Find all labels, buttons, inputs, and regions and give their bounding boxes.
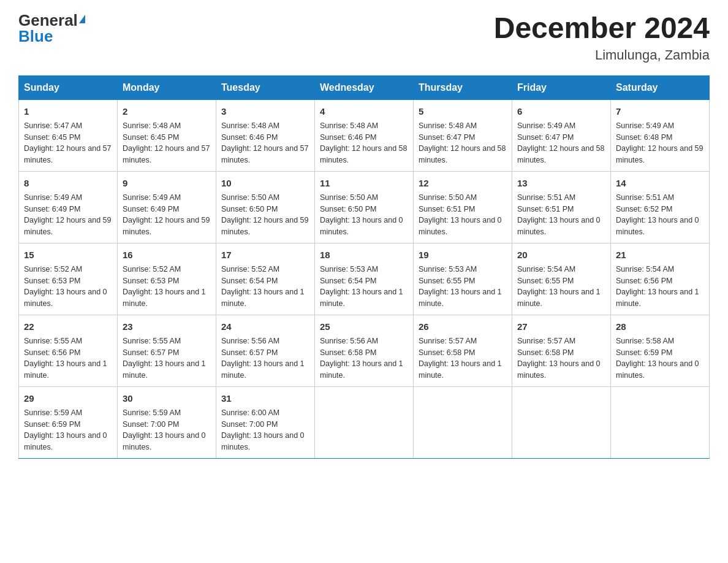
weekday-header-thursday: Thursday — [414, 75, 512, 99]
day-info: Sunrise: 5:49 AMSunset: 6:49 PMDaylight:… — [123, 193, 210, 236]
calendar-day-cell: 24 Sunrise: 5:56 AMSunset: 6:57 PMDaylig… — [216, 315, 315, 386]
day-info: Sunrise: 5:49 AMSunset: 6:48 PMDaylight:… — [616, 121, 703, 164]
day-number: 8 — [24, 177, 112, 190]
calendar-table: SundayMondayTuesdayWednesdayThursdayFrid… — [18, 75, 710, 459]
day-info: Sunrise: 5:59 AMSunset: 7:00 PMDaylight:… — [123, 408, 206, 451]
calendar-day-cell: 10 Sunrise: 5:50 AMSunset: 6:50 PMDaylig… — [216, 171, 315, 243]
day-number: 24 — [221, 320, 309, 333]
day-number: 21 — [616, 248, 704, 261]
day-info: Sunrise: 5:53 AMSunset: 6:54 PMDaylight:… — [320, 265, 403, 308]
weekday-header-friday: Friday — [512, 75, 611, 99]
day-info: Sunrise: 5:52 AMSunset: 6:54 PMDaylight:… — [221, 265, 305, 308]
day-number: 31 — [221, 392, 309, 405]
day-number: 20 — [517, 248, 605, 261]
weekday-header-row: SundayMondayTuesdayWednesdayThursdayFrid… — [19, 75, 710, 99]
calendar-day-cell: 1 Sunrise: 5:47 AMSunset: 6:45 PMDayligh… — [19, 99, 118, 171]
day-info: Sunrise: 5:48 AMSunset: 6:46 PMDaylight:… — [320, 121, 407, 164]
day-number: 1 — [24, 105, 112, 118]
calendar-day-cell: 19 Sunrise: 5:53 AMSunset: 6:55 PMDaylig… — [414, 243, 512, 315]
day-info: Sunrise: 6:00 AMSunset: 7:00 PMDaylight:… — [221, 408, 305, 451]
day-number: 10 — [221, 177, 309, 190]
day-number: 3 — [221, 105, 309, 118]
day-info: Sunrise: 5:49 AMSunset: 6:49 PMDaylight:… — [24, 193, 111, 236]
logo-triangle-icon — [79, 15, 85, 23]
calendar-day-cell: 26 Sunrise: 5:57 AMSunset: 6:58 PMDaylig… — [414, 315, 512, 386]
day-info: Sunrise: 5:50 AMSunset: 6:51 PMDaylight:… — [419, 193, 502, 236]
day-number: 5 — [419, 105, 507, 118]
day-info: Sunrise: 5:50 AMSunset: 6:50 PMDaylight:… — [221, 193, 308, 236]
calendar-week-row: 15 Sunrise: 5:52 AMSunset: 6:53 PMDaylig… — [19, 243, 710, 315]
month-title: December 2024 — [494, 12, 710, 45]
day-info: Sunrise: 5:59 AMSunset: 6:59 PMDaylight:… — [24, 408, 107, 451]
calendar-day-cell: 6 Sunrise: 5:49 AMSunset: 6:47 PMDayligh… — [512, 99, 611, 171]
logo: General Blue — [18, 12, 85, 44]
day-number: 6 — [517, 105, 605, 118]
day-number: 14 — [616, 177, 704, 190]
logo-blue-text: Blue — [18, 28, 53, 44]
day-number: 29 — [24, 392, 112, 405]
day-info: Sunrise: 5:48 AMSunset: 6:47 PMDaylight:… — [419, 121, 506, 164]
calendar-day-cell: 7 Sunrise: 5:49 AMSunset: 6:48 PMDayligh… — [611, 99, 710, 171]
day-number: 30 — [123, 392, 211, 405]
calendar-day-cell: 25 Sunrise: 5:56 AMSunset: 6:58 PMDaylig… — [315, 315, 414, 386]
day-info: Sunrise: 5:53 AMSunset: 6:55 PMDaylight:… — [419, 265, 502, 308]
day-info: Sunrise: 5:54 AMSunset: 6:56 PMDaylight:… — [616, 265, 699, 308]
day-number: 19 — [419, 248, 507, 261]
day-info: Sunrise: 5:51 AMSunset: 6:52 PMDaylight:… — [616, 193, 699, 236]
calendar-day-cell: 21 Sunrise: 5:54 AMSunset: 6:56 PMDaylig… — [611, 243, 710, 315]
calendar-day-cell: 28 Sunrise: 5:58 AMSunset: 6:59 PMDaylig… — [611, 315, 710, 386]
day-number: 17 — [221, 248, 309, 261]
day-info: Sunrise: 5:48 AMSunset: 6:46 PMDaylight:… — [221, 121, 308, 164]
weekday-header-monday: Monday — [118, 75, 216, 99]
day-info: Sunrise: 5:55 AMSunset: 6:56 PMDaylight:… — [24, 337, 107, 380]
calendar-day-cell: 30 Sunrise: 5:59 AMSunset: 7:00 PMDaylig… — [118, 386, 216, 458]
calendar-day-cell: 8 Sunrise: 5:49 AMSunset: 6:49 PMDayligh… — [19, 171, 118, 243]
calendar-week-row: 22 Sunrise: 5:55 AMSunset: 6:56 PMDaylig… — [19, 315, 710, 386]
calendar-day-cell: 23 Sunrise: 5:55 AMSunset: 6:57 PMDaylig… — [118, 315, 216, 386]
calendar-day-cell: 16 Sunrise: 5:52 AMSunset: 6:53 PMDaylig… — [118, 243, 216, 315]
day-number: 18 — [320, 248, 408, 261]
day-info: Sunrise: 5:52 AMSunset: 6:53 PMDaylight:… — [123, 265, 206, 308]
calendar-day-cell: 3 Sunrise: 5:48 AMSunset: 6:46 PMDayligh… — [216, 99, 315, 171]
day-info: Sunrise: 5:58 AMSunset: 6:59 PMDaylight:… — [616, 337, 699, 380]
day-number: 15 — [24, 248, 112, 261]
day-number: 22 — [24, 320, 112, 333]
calendar-day-cell: 13 Sunrise: 5:51 AMSunset: 6:51 PMDaylig… — [512, 171, 611, 243]
calendar-day-cell: 22 Sunrise: 5:55 AMSunset: 6:56 PMDaylig… — [19, 315, 118, 386]
calendar-day-cell: 27 Sunrise: 5:57 AMSunset: 6:58 PMDaylig… — [512, 315, 611, 386]
calendar-day-cell: 2 Sunrise: 5:48 AMSunset: 6:45 PMDayligh… — [118, 99, 216, 171]
calendar-week-row: 29 Sunrise: 5:59 AMSunset: 6:59 PMDaylig… — [19, 386, 710, 458]
day-number: 12 — [419, 177, 507, 190]
day-number: 23 — [123, 320, 211, 333]
day-info: Sunrise: 5:55 AMSunset: 6:57 PMDaylight:… — [123, 337, 206, 380]
empty-cell — [512, 386, 611, 458]
day-info: Sunrise: 5:57 AMSunset: 6:58 PMDaylight:… — [419, 337, 502, 380]
day-info: Sunrise: 5:56 AMSunset: 6:58 PMDaylight:… — [320, 337, 403, 380]
day-number: 7 — [616, 105, 704, 118]
title-block: December 2024 Limulunga, Zambia — [494, 12, 710, 63]
day-info: Sunrise: 5:48 AMSunset: 6:45 PMDaylight:… — [123, 121, 210, 164]
empty-cell — [414, 386, 512, 458]
calendar-day-cell: 15 Sunrise: 5:52 AMSunset: 6:53 PMDaylig… — [19, 243, 118, 315]
day-number: 25 — [320, 320, 408, 333]
calendar-day-cell: 31 Sunrise: 6:00 AMSunset: 7:00 PMDaylig… — [216, 386, 315, 458]
day-info: Sunrise: 5:56 AMSunset: 6:57 PMDaylight:… — [221, 337, 305, 380]
day-number: 26 — [419, 320, 507, 333]
calendar-day-cell: 18 Sunrise: 5:53 AMSunset: 6:54 PMDaylig… — [315, 243, 414, 315]
day-info: Sunrise: 5:50 AMSunset: 6:50 PMDaylight:… — [320, 193, 403, 236]
calendar-day-cell: 12 Sunrise: 5:50 AMSunset: 6:51 PMDaylig… — [414, 171, 512, 243]
day-number: 28 — [616, 320, 704, 333]
empty-cell — [611, 386, 710, 458]
day-number: 11 — [320, 177, 408, 190]
calendar-week-row: 8 Sunrise: 5:49 AMSunset: 6:49 PMDayligh… — [19, 171, 710, 243]
weekday-header-tuesday: Tuesday — [216, 75, 315, 99]
day-info: Sunrise: 5:47 AMSunset: 6:45 PMDaylight:… — [24, 121, 111, 164]
calendar-day-cell: 9 Sunrise: 5:49 AMSunset: 6:49 PMDayligh… — [118, 171, 216, 243]
day-info: Sunrise: 5:57 AMSunset: 6:58 PMDaylight:… — [517, 337, 601, 380]
calendar-day-cell: 5 Sunrise: 5:48 AMSunset: 6:47 PMDayligh… — [414, 99, 512, 171]
calendar-day-cell: 17 Sunrise: 5:52 AMSunset: 6:54 PMDaylig… — [216, 243, 315, 315]
day-info: Sunrise: 5:52 AMSunset: 6:53 PMDaylight:… — [24, 265, 107, 308]
day-info: Sunrise: 5:51 AMSunset: 6:51 PMDaylight:… — [517, 193, 601, 236]
page-header: General Blue December 2024 Limulunga, Za… — [18, 12, 710, 63]
calendar-week-row: 1 Sunrise: 5:47 AMSunset: 6:45 PMDayligh… — [19, 99, 710, 171]
